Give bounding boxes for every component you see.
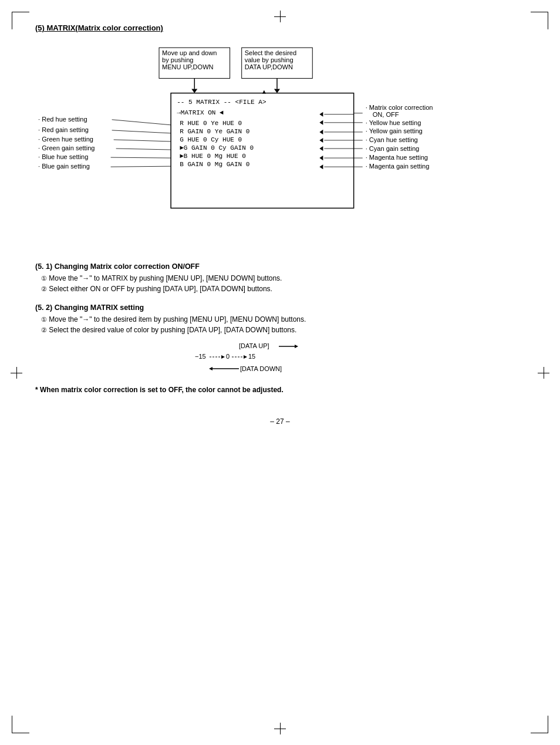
svg-marker-74: [209, 367, 212, 370]
corner-mark-tr: [531, 12, 548, 29]
svg-text:G HUE    0      Cy HUE    0: G HUE 0 Cy HUE 0: [180, 136, 242, 143]
svg-line-25: [112, 130, 171, 133]
svg-line-23: [112, 120, 171, 125]
svg-text:[DATA DOWN]: [DATA DOWN]: [240, 365, 282, 372]
diagram-svg: Move up and down by pushing MENU UP,DOWN…: [35, 39, 525, 251]
svg-marker-66: [295, 345, 298, 348]
subsection-2-title: (5. 2) Changing MATRIX setting: [35, 304, 525, 312]
page-number: – 27 –: [35, 417, 525, 426]
svg-text:value by pushing: value by pushing: [245, 56, 294, 63]
step-list-1: ① Move the "→" to MATRIX by pushing [MEN…: [35, 274, 525, 293]
svg-marker-9: [191, 89, 197, 93]
svg-text:ON, OFF: ON, OFF: [373, 111, 399, 118]
svg-text:[DATA UP]: [DATA UP]: [239, 342, 269, 349]
svg-marker-69: [221, 355, 225, 359]
corner-mark-br: [531, 716, 548, 733]
svg-text:· Red gain setting: · Red gain setting: [38, 126, 89, 133]
svg-text:· Magenta hue setting: · Magenta hue setting: [366, 154, 428, 161]
svg-text:· Matrix color correction: · Matrix color correction: [366, 104, 433, 111]
step-1-2: ② Select either ON or OFF by pushing [DA…: [41, 285, 525, 293]
svg-text:MENU UP,DOWN: MENU UP,DOWN: [162, 63, 214, 70]
data-range-diagram: [DATA UP] −15 0 15 [DATA DOWN]: [192, 341, 368, 375]
subsection-1: (5. 1) Changing Matrix color correction …: [35, 262, 525, 293]
svg-text:by pushing: by pushing: [162, 56, 193, 63]
crosshair-right: [538, 367, 549, 379]
svg-text:→MATRIX    ON ◄: →MATRIX ON ◄: [177, 109, 224, 116]
subsection-2: (5. 2) Changing MATRIX setting ① Move th…: [35, 304, 525, 375]
step-1-1: ① Move the "→" to MATRIX by pushing [MEN…: [41, 274, 525, 282]
section-title: (5) MATRIX(Matrix color correction): [35, 23, 525, 32]
svg-text:· Yellow gain setting: · Yellow gain setting: [366, 127, 423, 134]
svg-text:· Blue gain setting: · Blue gain setting: [38, 163, 90, 170]
warning-note: * When matrix color correction is set to…: [35, 386, 525, 394]
subsection-1-title: (5. 1) Changing Matrix color correction …: [35, 262, 525, 271]
svg-text:· Cyan hue setting: · Cyan hue setting: [366, 136, 418, 143]
svg-text:Move up and down: Move up and down: [162, 49, 217, 56]
svg-marker-11: [274, 89, 280, 93]
svg-text:· Magenta gain setting: · Magenta gain setting: [366, 163, 430, 170]
svg-text:B GAIN   0      Mg GAIN   0: B GAIN 0 Mg GAIN 0: [180, 161, 249, 168]
svg-text:· Cyan gain setting: · Cyan gain setting: [366, 145, 420, 152]
svg-line-27: [114, 140, 171, 141]
svg-text:►B HUE    0      Mg HUE    0: ►B HUE 0 Mg HUE 0: [180, 153, 246, 160]
crosshair-bottom: [274, 723, 286, 734]
svg-text:R GAIN   0      Ye GAIN   0: R GAIN 0 Ye GAIN 0: [180, 128, 249, 135]
step-list-2: ① Move the "→" to the desired item by pu…: [35, 315, 525, 334]
svg-text:Select the desired: Select the desired: [245, 49, 296, 56]
svg-marker-72: [244, 355, 247, 359]
page: (5) MATRIX(Matrix color correction) Move…: [0, 0, 560, 745]
corner-mark-tl: [12, 12, 29, 29]
svg-marker-21: [262, 90, 266, 94]
svg-text:· Blue hue setting: · Blue hue setting: [38, 153, 88, 160]
svg-text:--  5  MATRIX --   <FILE A>: -- 5 MATRIX -- <FILE A>: [177, 99, 266, 106]
svg-line-29: [116, 149, 171, 150]
svg-line-33: [111, 166, 171, 167]
svg-text:15: 15: [248, 353, 255, 360]
svg-text:· Red hue setting: · Red hue setting: [38, 116, 87, 123]
step-2-2: ② Select the desired value of color by p…: [41, 326, 525, 334]
svg-text:0: 0: [226, 353, 230, 360]
svg-text:►G GAIN   0      Cy GAIN   0: ►G GAIN 0 Cy GAIN 0: [180, 144, 254, 151]
svg-text:· Green gain setting: · Green gain setting: [38, 144, 95, 151]
svg-line-31: [111, 157, 171, 158]
svg-text:DATA UP,DOWN: DATA UP,DOWN: [245, 63, 293, 70]
corner-mark-bl: [12, 716, 29, 733]
svg-text:· Green hue setting: · Green hue setting: [38, 136, 93, 143]
crosshair-top: [274, 11, 286, 22]
svg-text:· Yellow hue setting: · Yellow hue setting: [366, 119, 421, 126]
step-2-1: ① Move the "→" to the desired item by pu…: [41, 315, 525, 323]
crosshair-left: [11, 367, 22, 379]
diagram-area: Move up and down by pushing MENU UP,DOWN…: [35, 39, 525, 251]
svg-text:−15: −15: [195, 353, 206, 360]
svg-text:R HUE    0      Ye HUE    0: R HUE 0 Ye HUE 0: [180, 120, 242, 127]
